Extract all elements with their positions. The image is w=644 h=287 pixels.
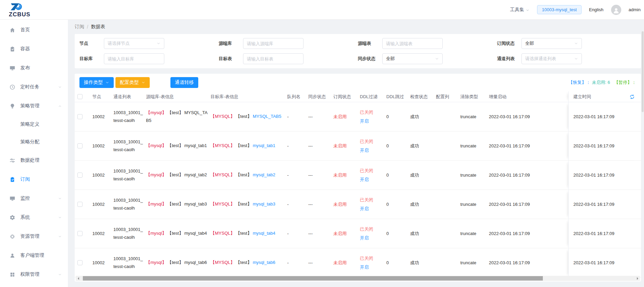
scrollbar-track[interactable] xyxy=(81,276,635,281)
column-header-queue: 队列名 xyxy=(287,91,308,102)
sidebar-item-policy-management[interactable]: 策略管理 xyxy=(0,96,68,115)
cell-node: 10002 xyxy=(92,248,113,277)
cell-target: 【MYSQL】【test】mysql_tab3 xyxy=(210,190,287,219)
channel-transfer-button[interactable]: 通道转移 xyxy=(170,77,198,88)
subscription-status-select[interactable]: 全部 xyxy=(521,38,582,49)
sidebar-item-subscription[interactable]: 订阅 xyxy=(0,170,68,189)
horizontal-scrollbar xyxy=(76,276,640,281)
table-row: 1000210003_10001_tesst-caolh【mysql】【test… xyxy=(75,102,641,131)
select-all-checkbox[interactable] xyxy=(77,94,82,99)
node-select[interactable]: 请选择节点 xyxy=(104,38,164,49)
source-table-input[interactable] xyxy=(382,38,443,49)
sidebar-item-system[interactable]: 系统 xyxy=(0,208,68,227)
action-type-button[interactable]: 操作类型 xyxy=(79,77,114,88)
breadcrumb-section[interactable]: 订阅 xyxy=(75,24,84,30)
target-table-input[interactable] xyxy=(243,53,303,64)
button-label: 通道转移 xyxy=(175,79,194,86)
ddl-filter-enable-link[interactable]: 开启 xyxy=(360,177,373,183)
ddl-filter-enable-link[interactable]: 开启 xyxy=(360,118,373,124)
ddl-filter-enable-link[interactable]: 开启 xyxy=(360,264,373,270)
created-value: 2022-03-01 16:17:09 xyxy=(573,231,614,236)
cell-created: 2022-03-01 16:17:09 xyxy=(568,248,641,277)
config-type-button[interactable]: 配置类型 xyxy=(115,77,150,88)
user-avatar[interactable] xyxy=(611,5,621,15)
brand-name: ZCBUS xyxy=(9,12,31,17)
language-switch[interactable]: English xyxy=(589,7,604,12)
sidebar-item-client-management[interactable]: 客户端管理 xyxy=(0,246,68,265)
source-table-name: mysql_tab4 xyxy=(184,231,207,236)
toolbar-buttons: 操作类型配置类型通道转移 xyxy=(79,77,200,88)
toolset-dropdown[interactable]: 工具集 xyxy=(510,7,530,13)
row-checkbox[interactable] xyxy=(77,173,82,178)
row-checkbox[interactable] xyxy=(77,114,82,119)
ddl-filter-enable-link[interactable]: 开启 xyxy=(360,147,373,154)
sync-status-select[interactable]: 全部 xyxy=(382,53,443,64)
table-toolbar: 操作类型配置类型通道转移 【恢复】： 未启用: 6 【暂停】： xyxy=(75,77,641,91)
ddl-filter-cell: 已关闭开启 xyxy=(360,226,373,241)
cell-source: 【mysql】【test】mysql_tab4 xyxy=(146,219,210,248)
filter-group-node: 节点请选择节点 xyxy=(79,38,219,49)
sidebar-item-policy-assignment[interactable]: 策略分配 xyxy=(0,133,68,151)
recover-stat: 【恢复】： xyxy=(569,79,591,86)
person-icon xyxy=(612,7,620,14)
sidebar-item-permission-management[interactable]: 权限管理 xyxy=(0,265,68,284)
source-db-input[interactable] xyxy=(243,38,303,49)
sync_status-value: --- xyxy=(308,231,313,236)
target-db-type: 【MYSQL】 xyxy=(210,231,235,236)
ddl-filter-enable-link[interactable]: 开启 xyxy=(360,235,373,241)
clear_type-value: truncate xyxy=(460,260,476,265)
page-vertical-scrollbar-thumb[interactable] xyxy=(642,31,644,112)
cell-ddl_skip: 0 xyxy=(386,248,410,277)
cell-clear_type: truncate xyxy=(460,190,489,219)
sidebar-item-home[interactable]: 首页 xyxy=(0,20,68,39)
row-checkbox[interactable] xyxy=(77,143,82,148)
scroll-right-arrow[interactable] xyxy=(635,276,640,281)
chevron-down-icon xyxy=(105,80,109,85)
sidebar-item-data-processing[interactable]: 数据处理 xyxy=(0,151,68,170)
filter-group-channel-list: 通道列表请选择通道列表 xyxy=(497,53,636,64)
target-table-link[interactable]: mysql_tab1 xyxy=(253,143,275,148)
target-table-link[interactable]: mysql_tab2 xyxy=(253,172,275,177)
cell-sync_status: --- xyxy=(308,131,333,160)
table-body: 1000210003_10001_tesst-caolh【mysql】【test… xyxy=(75,102,641,277)
target-table-link[interactable]: mysql_tab6 xyxy=(253,260,275,265)
target-db-input[interactable] xyxy=(104,53,164,64)
sidebar: 首页容器发布定时任务策略管理策略定义策略分配数据处理订阅监控系统资源管理客户端管… xyxy=(0,20,68,287)
sidebar-item-container[interactable]: 容器 xyxy=(0,39,68,58)
sidebar-item-publish[interactable]: 发布 xyxy=(0,58,68,77)
refresh-icon[interactable] xyxy=(629,94,635,100)
filter-label-sync-status: 同步状态 xyxy=(358,56,382,62)
target-schema: 【test】 xyxy=(236,114,252,119)
status-summary: 【恢复】： 未启用: 6 【暂停】： xyxy=(569,79,636,86)
cell-node: 10002 xyxy=(92,102,113,131)
target-table-link[interactable]: mysql_tab3 xyxy=(253,201,275,207)
scrollbar-thumb[interactable] xyxy=(83,276,543,281)
sidebar-item-monitoring[interactable]: 监控 xyxy=(0,189,68,208)
row-checkbox[interactable] xyxy=(77,260,82,265)
ddl-filter-enable-link[interactable]: 开启 xyxy=(360,206,373,212)
environment-badge[interactable]: 10003-mysql_test xyxy=(537,5,582,14)
cell-sub_status: 未启用 xyxy=(333,219,360,248)
row-checkbox[interactable] xyxy=(77,202,82,207)
ddl_skip-value: 0 xyxy=(386,114,389,119)
target-table-link[interactable]: mysql_tab4 xyxy=(253,231,275,236)
queue-value: - xyxy=(287,143,289,148)
sidebar-item-policy-definition[interactable]: 策略定义 xyxy=(0,115,68,133)
sidebar-item-resource-management[interactable]: 资源管理 xyxy=(0,227,68,246)
chevron-down-icon xyxy=(58,197,62,200)
subscription-status-value: 未启用 xyxy=(333,201,347,208)
filter-label-target-db: 目标库 xyxy=(79,56,104,62)
cell-config_col xyxy=(436,102,460,131)
target-schema: 【test】 xyxy=(236,143,252,148)
cell-source: 【mysql】【test】mysql_tab2 xyxy=(146,161,210,190)
target-table-link[interactable]: MYSQL_TAB5 xyxy=(253,114,281,119)
button-label: 操作类型 xyxy=(84,79,103,86)
row-checkbox[interactable] xyxy=(77,231,82,236)
channel-list-select[interactable]: 请选择通道列表 xyxy=(521,53,582,64)
cell-sync_status: --- xyxy=(308,190,333,219)
scroll-left-arrow[interactable] xyxy=(76,276,81,281)
cell-check_status: 成功 xyxy=(410,161,436,190)
sidebar-item-scheduled-tasks[interactable]: 定时任务 xyxy=(0,77,68,96)
cell-check_status: 成功 xyxy=(410,102,436,131)
cell-clear_type: truncate xyxy=(460,161,489,190)
